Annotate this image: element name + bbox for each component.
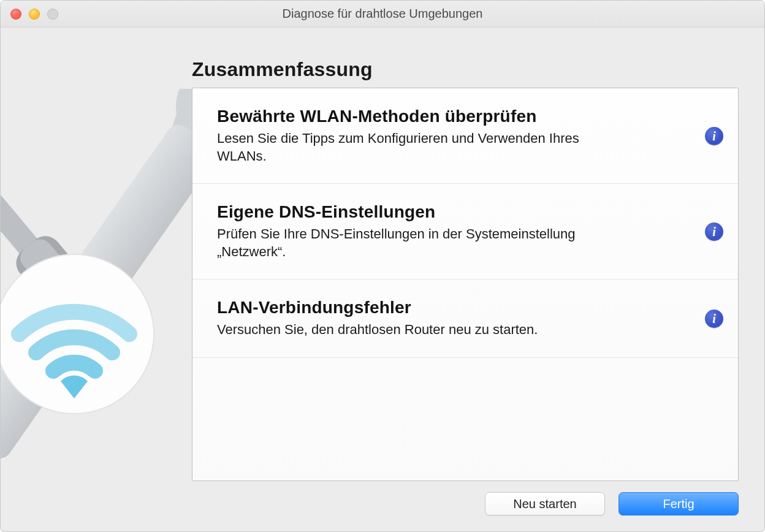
summary-item-wlan-methods: Bewährte WLAN-Methoden überprüfen Lesen …	[192, 88, 738, 184]
summary-item-title: Bewährte WLAN-Methoden überprüfen	[217, 107, 677, 126]
svg-rect-2	[1, 89, 41, 258]
window-title: Diagnose für drahtlose Umgebungen	[283, 7, 483, 21]
close-window-button[interactable]	[10, 9, 21, 20]
summary-item-subtitle: Versuchen Sie, den drahtlosen Router neu…	[217, 321, 622, 339]
summary-panel: Bewährte WLAN-Methoden überprüfen Lesen …	[192, 88, 739, 481]
summary-item-subtitle: Prüfen Sie Ihre DNS-Einstellungen in der…	[217, 226, 622, 260]
zoom-window-button	[47, 9, 58, 20]
summary-item-dns-settings: Eigene DNS-Einstellungen Prüfen Sie Ihre…	[192, 184, 738, 279]
summary-item-title: LAN-Verbindungsfehler	[217, 298, 677, 317]
window-controls	[10, 9, 58, 20]
restart-button[interactable]: Neu starten	[485, 492, 605, 515]
page-title: Zusammenfassung	[192, 58, 373, 81]
summary-item-title: Eigene DNS-Einstellungen	[217, 202, 677, 222]
dialog-buttons: Neu starten Fertig	[485, 492, 739, 515]
minimize-window-button[interactable]	[29, 9, 40, 20]
info-icon[interactable]: i	[705, 222, 723, 241]
info-icon[interactable]: i	[705, 127, 723, 145]
app-window: Diagnose für drahtlose Umgebungen	[0, 0, 765, 532]
summary-item-lan-error: LAN-Verbindungsfehler Versuchen Sie, den…	[192, 279, 738, 358]
summary-item-subtitle: Lesen Sie die Tipps zum Konfigurieren un…	[217, 130, 622, 165]
info-icon[interactable]: i	[705, 310, 723, 328]
titlebar: Diagnose für drahtlose Umgebungen	[1, 1, 764, 28]
window-body: Zusammenfassung Bewährte WLAN-Methoden ü…	[1, 28, 764, 531]
done-button[interactable]: Fertig	[618, 492, 739, 515]
